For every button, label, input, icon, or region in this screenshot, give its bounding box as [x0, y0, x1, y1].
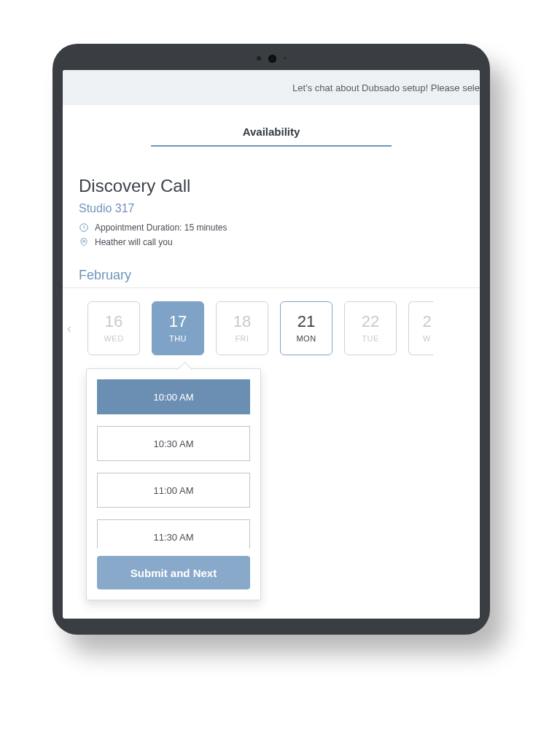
- day-22[interactable]: 22TUE: [344, 301, 397, 355]
- day-weekday: FRI: [235, 334, 249, 343]
- day-weekday: THU: [169, 334, 187, 343]
- day-number: 2: [422, 314, 431, 330]
- screen: Let's chat about Dubsado setup! Please s…: [63, 70, 480, 619]
- location-text: Heather will call you: [95, 237, 173, 247]
- day-weekday: WED: [104, 334, 123, 343]
- host-name: Studio 317: [79, 202, 464, 215]
- header-banner-text: Let's chat about Dubsado setup! Please s…: [292, 82, 480, 93]
- day-number: 16: [105, 314, 122, 330]
- day-21[interactable]: 21MON: [280, 301, 332, 355]
- month-label: February: [79, 268, 480, 283]
- day-weekday: TUE: [362, 334, 379, 343]
- page-title: Discovery Call: [79, 176, 464, 196]
- camera-lens: [268, 55, 276, 63]
- location-pin-icon: [79, 237, 89, 247]
- clock-icon: [79, 222, 89, 233]
- header-banner: Let's chat about Dubsado setup! Please s…: [63, 70, 480, 105]
- times-scroll[interactable]: 10:00 AM10:30 AM11:00 AM11:30 AM: [87, 369, 260, 549]
- chevron-left-icon[interactable]: ‹: [63, 321, 76, 336]
- tab-row: Availability: [63, 125, 480, 147]
- time-slot[interactable]: 10:00 AM: [97, 379, 250, 414]
- day-number: 22: [362, 314, 379, 330]
- time-slot[interactable]: 10:30 AM: [97, 426, 250, 461]
- meta-location: Heather will call you: [79, 237, 464, 247]
- duration-text: Appointment Duration: 15 minutes: [95, 222, 227, 233]
- day-17[interactable]: 17THU: [152, 301, 204, 355]
- submit-and-next-button[interactable]: Submit and Next: [97, 556, 250, 589]
- day-number: 17: [169, 314, 187, 330]
- sensor-dot: [284, 57, 287, 60]
- tablet-frame: Let's chat about Dubsado setup! Please s…: [52, 44, 490, 635]
- day-weekday: W: [423, 334, 431, 343]
- day-weekday: MON: [296, 334, 316, 343]
- day-16[interactable]: 16WED: [88, 301, 140, 355]
- camera-strip: [52, 53, 490, 64]
- day-list: 16WED17THU18FRI21MON22TUE2W: [88, 301, 480, 355]
- time-slot[interactable]: 11:30 AM: [97, 519, 250, 549]
- time-slot[interactable]: 11:00 AM: [97, 473, 250, 508]
- times-panel: 10:00 AM10:30 AM11:00 AM11:30 AM Submit …: [86, 368, 261, 600]
- day-18[interactable]: 18FRI: [216, 301, 268, 355]
- day-number: 18: [233, 314, 251, 330]
- day-number: 21: [298, 314, 315, 330]
- sensor-dot: [257, 56, 261, 61]
- svg-point-1: [83, 240, 85, 242]
- meta-duration: Appointment Duration: 15 minutes: [79, 222, 464, 233]
- tab-availability[interactable]: Availability: [240, 125, 303, 145]
- day-2: 2W: [408, 301, 433, 355]
